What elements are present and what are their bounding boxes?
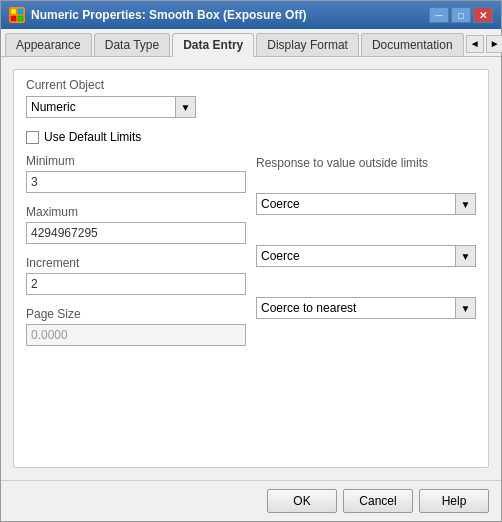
main-window: Numeric Properties: Smooth Box (Exposure… — [0, 0, 502, 522]
svg-rect-3 — [18, 16, 23, 21]
tab-dataentry[interactable]: Data Entry — [172, 33, 254, 57]
tab-appearance[interactable]: Appearance — [5, 33, 92, 56]
tab-datatype[interactable]: Data Type — [94, 33, 170, 56]
tab-documentation[interactable]: Documentation — [361, 33, 464, 56]
current-object-combo[interactable]: Numeric — [26, 96, 176, 118]
minimum-label: Minimum — [26, 154, 246, 168]
combo-arrow-icon: ▼ — [181, 102, 191, 113]
tab-right-arrow[interactable]: ► — [486, 35, 502, 53]
current-object-combo-btn[interactable]: ▼ — [176, 96, 196, 118]
coerce-min-row: Coerce ▼ — [256, 193, 476, 215]
help-button[interactable]: Help — [419, 489, 489, 513]
maximum-input[interactable] — [26, 222, 246, 244]
response-label: Response to value outside limits — [256, 156, 476, 170]
close-button[interactable]: ✕ — [473, 7, 493, 23]
increment-label: Increment — [26, 256, 246, 270]
left-column: Minimum Maximum Increment Page Size — [26, 154, 246, 358]
coerce-min-value: Coerce — [261, 197, 300, 211]
use-default-limits-row: Use Default Limits — [26, 130, 476, 144]
tab-arrows: ◄ ► — [466, 35, 502, 55]
maximum-label: Maximum — [26, 205, 246, 219]
coerce-increment-value: Coerce to nearest — [261, 301, 356, 315]
coerce-min-dropdown-btn[interactable]: ▼ — [456, 193, 476, 215]
coerce-max-arrow-icon: ▼ — [461, 251, 471, 262]
coerce-max-row: Coerce ▼ — [256, 245, 476, 267]
current-object-value: Numeric — [31, 100, 76, 114]
current-object-row: Numeric ▼ — [26, 96, 476, 118]
coerce-increment-arrow-icon: ▼ — [461, 303, 471, 314]
coerce-min-dropdown[interactable]: Coerce — [256, 193, 456, 215]
coerce-max-dropdown[interactable]: Coerce — [256, 245, 456, 267]
minimum-input[interactable] — [26, 171, 246, 193]
tabs-bar: Appearance Data Type Data Entry Display … — [1, 29, 501, 57]
group-box: Current Object Numeric ▼ Use Default Lim… — [13, 69, 489, 468]
ok-button[interactable]: OK — [267, 489, 337, 513]
coerce-increment-dropdown-btn[interactable]: ▼ — [456, 297, 476, 319]
window-title: Numeric Properties: Smooth Box (Exposure… — [31, 8, 306, 22]
minimize-button[interactable]: ─ — [429, 7, 449, 23]
right-column: Response to value outside limits Coerce … — [256, 154, 476, 358]
increment-input[interactable] — [26, 273, 246, 295]
cancel-button[interactable]: Cancel — [343, 489, 413, 513]
svg-rect-1 — [18, 9, 23, 14]
tab-displayformat[interactable]: Display Format — [256, 33, 359, 56]
svg-rect-2 — [11, 16, 16, 21]
coerce-max-value: Coerce — [261, 249, 300, 263]
svg-rect-0 — [11, 9, 16, 14]
current-object-label: Current Object — [26, 78, 476, 92]
bottom-buttons: OK Cancel Help — [1, 480, 501, 521]
coerce-min-arrow-icon: ▼ — [461, 199, 471, 210]
tab-left-arrow[interactable]: ◄ — [466, 35, 484, 53]
title-controls: ─ □ ✕ — [429, 7, 493, 23]
content-area: Current Object Numeric ▼ Use Default Lim… — [1, 57, 501, 480]
maximize-button[interactable]: □ — [451, 7, 471, 23]
use-default-limits-label: Use Default Limits — [44, 130, 141, 144]
use-default-limits-checkbox[interactable] — [26, 131, 39, 144]
page-size-input[interactable] — [26, 324, 246, 346]
app-icon — [9, 7, 25, 23]
coerce-increment-dropdown[interactable]: Coerce to nearest — [256, 297, 456, 319]
coerce-increment-row: Coerce to nearest ▼ — [256, 297, 476, 319]
title-bar: Numeric Properties: Smooth Box (Exposure… — [1, 1, 501, 29]
page-size-label: Page Size — [26, 307, 246, 321]
title-bar-left: Numeric Properties: Smooth Box (Exposure… — [9, 7, 306, 23]
coerce-max-dropdown-btn[interactable]: ▼ — [456, 245, 476, 267]
fields-two-col: Minimum Maximum Increment Page Size Resp… — [26, 154, 476, 358]
